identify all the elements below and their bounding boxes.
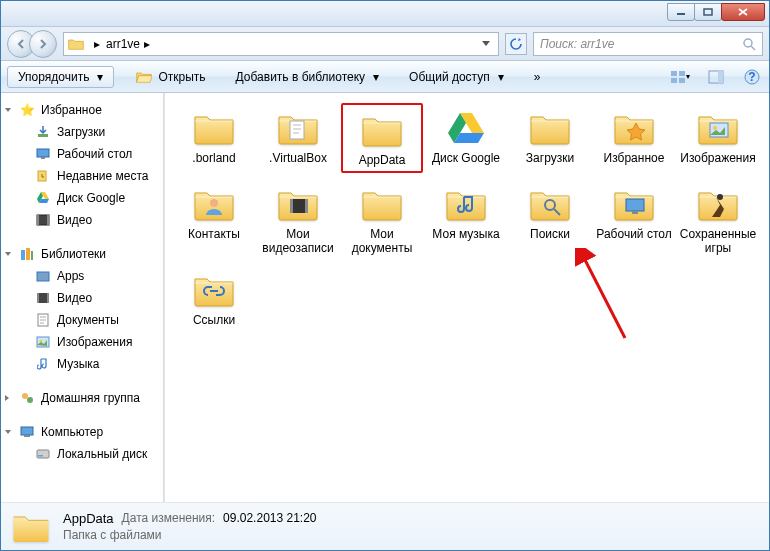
file-item[interactable]: Рабочий стол bbox=[593, 179, 675, 259]
file-item[interactable]: Загрузки bbox=[509, 103, 591, 173]
sidebar-libraries[interactable]: Библиотеки bbox=[1, 243, 164, 265]
file-label: Загрузки bbox=[526, 151, 574, 165]
close-button[interactable] bbox=[721, 3, 765, 21]
preview-pane-button[interactable] bbox=[705, 66, 727, 88]
file-item[interactable]: Контакты bbox=[173, 179, 255, 259]
file-item[interactable]: AppData bbox=[341, 103, 423, 173]
file-item[interactable]: .VirtualBox bbox=[257, 103, 339, 173]
sidebar-item[interactable]: Музыка bbox=[1, 353, 164, 375]
toolbar-overflow[interactable]: » bbox=[526, 67, 549, 87]
maximize-button[interactable] bbox=[694, 3, 722, 21]
file-item[interactable]: Мои видеозаписи bbox=[257, 179, 339, 259]
sidebar-item[interactable]: Локальный диск bbox=[1, 443, 164, 465]
folder-icon bbox=[68, 37, 84, 51]
sidebar-item[interactable]: Видео bbox=[1, 209, 164, 231]
svg-rect-43 bbox=[632, 211, 638, 214]
file-label: Сохраненные игры bbox=[679, 227, 757, 255]
svg-rect-24 bbox=[47, 293, 49, 303]
star-icon: ⭐ bbox=[19, 102, 35, 118]
folder-icon bbox=[11, 509, 51, 545]
selected-name: AppData bbox=[63, 511, 114, 526]
selected-type: Папка с файлами bbox=[63, 528, 162, 542]
breadcrumb-segment[interactable]: arr1ve bbox=[106, 37, 140, 51]
file-item[interactable]: Диск Google bbox=[425, 103, 507, 173]
explorer-window: ▸ arr1ve▸ Поиск: arr1ve Упорядочить▾ Отк… bbox=[0, 0, 770, 551]
file-item[interactable]: Изображения bbox=[677, 103, 759, 173]
file-label: Избранное bbox=[604, 151, 665, 165]
file-list[interactable]: .borland.VirtualBoxAppDataДиск GoogleЗаг… bbox=[165, 93, 769, 502]
svg-rect-39 bbox=[290, 199, 293, 213]
share-button[interactable]: Общий доступ▾ bbox=[401, 67, 512, 87]
svg-rect-30 bbox=[21, 427, 33, 435]
sidebar-computer[interactable]: Компьютер bbox=[1, 421, 164, 443]
search-placeholder: Поиск: arr1ve bbox=[540, 37, 742, 51]
address-bar: ▸ arr1ve▸ Поиск: arr1ve bbox=[1, 27, 769, 61]
svg-point-2 bbox=[744, 39, 752, 47]
search-input[interactable]: Поиск: arr1ve bbox=[533, 32, 763, 56]
include-library-button[interactable]: Добавить в библиотеку▾ bbox=[228, 67, 388, 87]
chevron-right-icon[interactable]: ▸ bbox=[94, 37, 100, 51]
sidebar-item[interactable]: Недавние места bbox=[1, 165, 164, 187]
homegroup-icon bbox=[19, 390, 35, 406]
file-item[interactable]: .borland bbox=[173, 103, 255, 173]
file-item[interactable]: Мои документы bbox=[341, 179, 423, 259]
file-item[interactable]: Поиски bbox=[509, 179, 591, 259]
sidebar-homegroup[interactable]: Домашняя группа bbox=[1, 387, 164, 409]
sidebar-item[interactable]: Диск Google bbox=[1, 187, 164, 209]
svg-rect-5 bbox=[671, 78, 677, 83]
file-label: Ссылки bbox=[193, 313, 235, 327]
sidebar-item[interactable]: Изображения bbox=[1, 331, 164, 353]
svg-rect-1 bbox=[704, 9, 712, 15]
breadcrumb-dropdown[interactable] bbox=[478, 33, 494, 55]
svg-point-44 bbox=[717, 194, 723, 200]
sidebar-item[interactable]: Видео bbox=[1, 287, 164, 309]
file-label: .VirtualBox bbox=[269, 151, 327, 165]
folder-open-icon bbox=[136, 70, 152, 84]
folder-games-icon bbox=[694, 183, 742, 225]
svg-rect-3 bbox=[671, 71, 677, 76]
file-label: Изображения bbox=[680, 151, 755, 165]
organize-button[interactable]: Упорядочить▾ bbox=[7, 66, 114, 88]
sidebar-item[interactable]: Apps bbox=[1, 265, 164, 287]
svg-rect-23 bbox=[37, 293, 39, 303]
chevron-right-icon[interactable]: ▸ bbox=[144, 37, 150, 51]
refresh-button[interactable] bbox=[505, 33, 527, 55]
navigation-pane: ⭐Избранное Загрузки Рабочий стол Недавни… bbox=[1, 93, 165, 502]
sidebar-item[interactable]: Загрузки bbox=[1, 121, 164, 143]
svg-rect-16 bbox=[37, 215, 39, 225]
file-item[interactable]: Моя музыка bbox=[425, 179, 507, 259]
svg-rect-33 bbox=[38, 455, 43, 457]
forward-button[interactable] bbox=[29, 30, 57, 58]
folder-video-icon bbox=[274, 183, 322, 225]
svg-rect-8 bbox=[718, 71, 723, 83]
folder-pic-icon bbox=[694, 107, 742, 149]
folder-icon bbox=[526, 107, 574, 149]
sidebar-favorites[interactable]: ⭐Избранное bbox=[1, 99, 164, 121]
svg-rect-0 bbox=[677, 13, 685, 15]
sidebar-item[interactable]: Документы bbox=[1, 309, 164, 331]
file-item[interactable]: Сохраненные игры bbox=[677, 179, 759, 259]
date-modified-value: 09.02.2013 21:20 bbox=[223, 511, 316, 526]
sidebar-item[interactable]: Рабочий стол bbox=[1, 143, 164, 165]
view-options-button[interactable]: ▾ bbox=[669, 66, 691, 88]
open-button[interactable]: Открыть bbox=[128, 67, 213, 87]
svg-rect-20 bbox=[31, 251, 33, 260]
svg-rect-17 bbox=[47, 215, 49, 225]
svg-rect-6 bbox=[679, 78, 685, 83]
file-item[interactable]: Избранное bbox=[593, 103, 675, 173]
file-item[interactable]: Ссылки bbox=[173, 265, 255, 331]
video-icon bbox=[35, 212, 51, 228]
drive-icon bbox=[35, 446, 51, 462]
svg-point-28 bbox=[22, 393, 28, 399]
svg-rect-11 bbox=[38, 134, 48, 137]
folder-icon bbox=[190, 107, 238, 149]
breadcrumb-bar[interactable]: ▸ arr1ve▸ bbox=[63, 32, 499, 56]
svg-rect-32 bbox=[37, 450, 49, 458]
svg-rect-4 bbox=[679, 71, 685, 76]
help-button[interactable]: ? bbox=[741, 66, 763, 88]
svg-rect-12 bbox=[37, 149, 49, 157]
minimize-button[interactable] bbox=[667, 3, 695, 21]
file-label: Мои видеозаписи bbox=[259, 227, 337, 255]
folder-contact-icon bbox=[190, 183, 238, 225]
folder-icon bbox=[358, 183, 406, 225]
